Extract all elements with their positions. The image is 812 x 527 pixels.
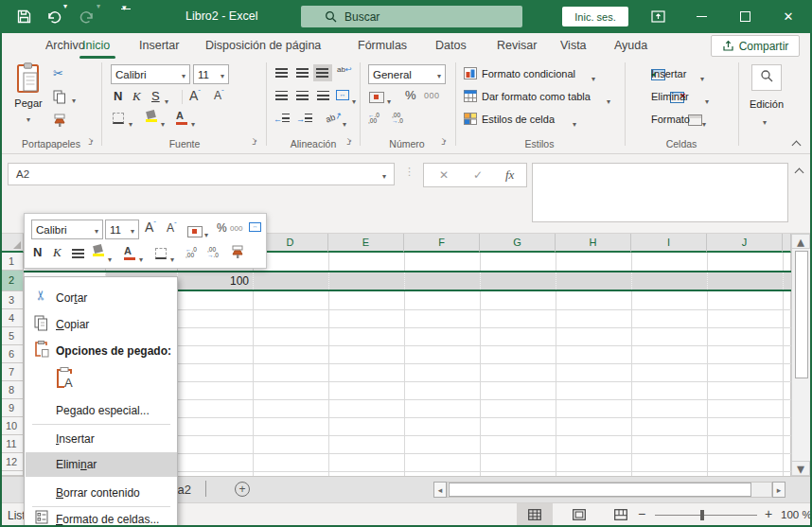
mini-accounting-dropdown-icon[interactable] [204,224,208,241]
row-header-10[interactable]: 10 [0,417,24,435]
formula-input[interactable] [532,163,788,222]
font-name-combo[interactable]: Calibri [111,64,190,84]
view-normal-button[interactable] [517,503,553,527]
tab-inicio[interactable]: Inicio [82,33,110,59]
italic-button[interactable]: K [132,89,141,104]
tab-disposicion[interactable]: Disposición de página [205,33,321,59]
mini-format-painter-icon[interactable] [231,245,245,263]
search-box[interactable]: Buscar [301,6,522,27]
merge-center-icon[interactable]: ↔ [336,90,349,100]
cut-icon[interactable]: ✂ [53,66,63,80]
insert-function-icon[interactable]: fx [505,167,514,183]
row-header-6[interactable]: 6 [0,345,24,363]
row-header-3[interactable]: 3 [0,291,24,309]
mini-fill-color-dropdown-icon[interactable] [108,249,112,266]
minimize-button[interactable] [685,0,717,33]
alignment-dialog-launcher-icon[interactable] [346,139,355,148]
hscroll-right-button[interactable]: ▸ [772,482,786,498]
format-cells-button[interactable]: Formato [651,114,690,125]
align-left-icon[interactable] [275,91,288,100]
copy-dropdown-icon[interactable] [72,90,76,107]
collapse-ribbon-icon[interactable] [792,141,802,150]
wrap-text-icon[interactable]: ab↩ [337,65,352,74]
paste-keep-formatting-icon[interactable]: A [55,367,75,394]
mini-percent-button[interactable]: % [217,221,227,235]
menu-item-insertar[interactable]: Insertar [56,432,95,446]
menu-item-eliminar[interactable]: Eliminar [56,458,97,471]
tab-formulas[interactable]: Fórmulas [358,33,407,59]
row-header-7[interactable]: 7 [0,363,24,381]
delete-cells-dropdown-icon[interactable] [705,91,709,108]
font-size-combo[interactable]: 11 [193,64,229,84]
zoom-slider-track[interactable] [655,515,757,516]
conditional-formatting-dropdown-icon[interactable] [591,68,595,85]
mini-increase-font-icon[interactable]: Aˆ [145,220,156,235]
row-header-11[interactable]: 11 [0,435,24,453]
row-header-1[interactable]: 1 [0,253,24,271]
expand-formula-bar-icon[interactable] [795,168,804,178]
menu-item-formato-de-celdas[interactable]: Formato de celdas... [56,513,159,526]
tab-archivo[interactable]: Archivo [45,33,85,59]
borders-dropdown-icon[interactable] [129,114,132,131]
zoom-level[interactable]: 100 % [781,509,812,520]
row-header-2-selected[interactable]: 2 [0,271,24,291]
col-header-partial[interactable] [783,234,791,253]
share-button[interactable]: Compartir [711,35,800,57]
mini-merge-center-icon[interactable]: ↔ [249,222,261,232]
cell-styles-button[interactable]: Estilos de celda [482,114,555,125]
maximize-button[interactable] [729,0,761,33]
mini-decrease-decimal-icon[interactable]: ←.0,00 [185,247,197,258]
col-header-J[interactable]: J [707,234,783,253]
menu-item-cortar[interactable]: Cortar [56,291,87,305]
copy-icon[interactable] [53,90,66,108]
row-header-4[interactable]: 4 [0,309,24,327]
mini-font-color-dropdown-icon[interactable] [139,249,143,266]
tab-datos[interactable]: Datos [435,33,467,59]
align-center-icon[interactable] [296,91,309,100]
fill-color-dropdown-icon[interactable] [161,114,165,131]
orientation-dropdown-icon[interactable] [343,114,346,131]
mini-comma-button[interactable]: 000 [230,224,242,233]
editing-dropdown-icon[interactable] [763,112,767,129]
name-box-dropdown-icon[interactable] [382,166,386,183]
increase-decimal-icon[interactable]: ,00→.0 [392,113,403,124]
row-header-5[interactable]: 5 [0,327,24,345]
save-icon[interactable] [17,9,31,27]
zoom-in-button[interactable]: + [765,506,772,521]
decrease-decimal-icon[interactable]: ←.0,00 [368,113,380,124]
cell-C2-value[interactable]: 100 [177,272,253,290]
ribbon-display-options-button[interactable] [642,0,674,33]
fill-color-icon[interactable] [146,111,157,122]
view-page-layout-button[interactable] [564,503,594,527]
vscroll-thumb[interactable] [795,251,808,378]
vscroll-down-button[interactable]: ▾ [791,461,810,476]
mini-font-name-combo[interactable]: Calibri [31,220,103,239]
tab-vista[interactable]: Vista [560,33,587,59]
percent-style-button[interactable]: % [405,88,416,102]
mini-decrease-font-icon[interactable]: Aˇ [167,220,177,235]
select-all-corner[interactable] [0,234,24,253]
mini-borders-icon[interactable] [155,248,167,259]
comma-style-button[interactable]: 000 [424,91,440,100]
undo-dropdown-icon[interactable]: ▾ [63,0,67,23]
borders-icon[interactable] [113,113,124,124]
name-box[interactable]: A2 [8,163,395,185]
mini-font-size-combo[interactable]: 11 [105,220,139,239]
format-as-table-dropdown-icon[interactable] [607,91,610,108]
vscroll-up-button[interactable]: ▴ [791,234,810,249]
underline-button[interactable]: S [151,89,160,103]
mini-increase-decimal-icon[interactable]: ,00→.0 [207,247,219,258]
close-button[interactable]: ✕ [772,0,804,33]
underline-dropdown-icon[interactable] [165,91,168,108]
mini-font-color-icon[interactable]: A [124,246,135,260]
number-dialog-launcher-icon[interactable] [441,139,450,148]
insert-cells-dropdown-icon[interactable] [700,68,704,85]
tab-insertar[interactable]: Insertar [139,33,179,59]
number-format-combo[interactable]: General [368,64,446,84]
editing-find-button[interactable] [751,64,782,91]
enter-entry-icon[interactable]: ✓ [473,168,483,182]
row-header-8[interactable]: 8 [0,381,24,399]
decrease-font-icon[interactable]: Aˇ [214,88,224,102]
align-bottom-selected-bg[interactable] [313,64,332,81]
format-painter-icon[interactable] [53,114,67,132]
